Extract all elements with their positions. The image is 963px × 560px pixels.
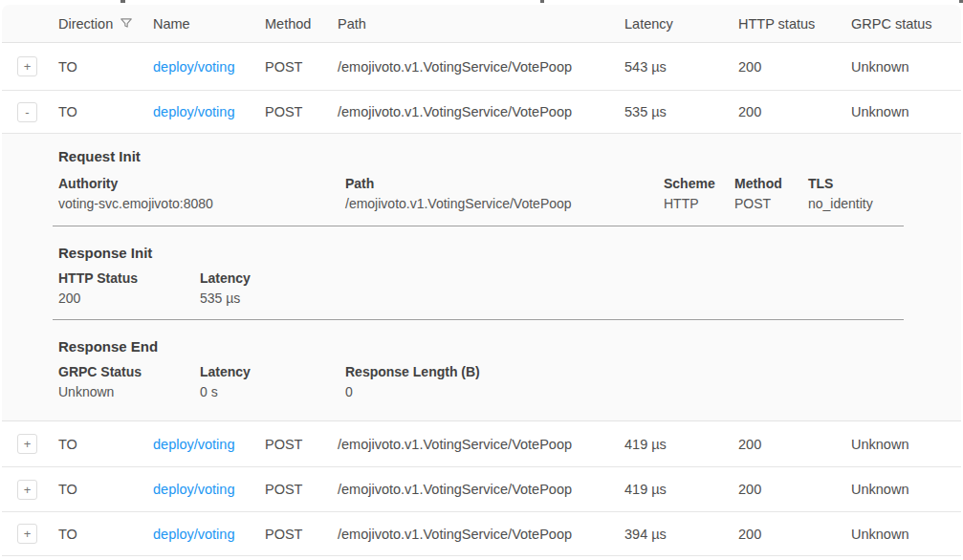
table-row: + TO deploy/voting POST /emojivoto.v1.Vo… [2,43,961,91]
header-direction: Direction [58,14,153,32]
grpc-status-value: Unknown [58,383,200,400]
table-row: + TO deploy/voting POST /emojivoto.v1.Vo… [2,512,961,556]
http-status-label: HTTP Status [58,269,200,287]
field-scheme: Scheme HTTP [664,175,734,212]
header-latency: Latency [624,16,738,32]
cell-http-status: 200 [738,104,851,119]
cell-http-status: 200 [738,59,851,75]
field-method: Method POST [734,175,808,212]
row-detail-panel: Request Init Authority voting-svc.emojiv… [2,134,961,421]
latency-label: Latency [200,363,345,380]
cell-direction: TO [58,527,153,542]
cell-latency: 535 µs [624,104,738,119]
cell-direction: TO [58,482,153,497]
cell-http-status: 200 [738,482,851,497]
cell-latency: 394 µs [624,527,738,542]
cell-latency: 543 µs [624,59,738,75]
authority-value: voting-svc.emojivoto:8080 [58,195,345,212]
tap-results-table: Direction Name Method Path Latency HTTP … [2,5,961,556]
scheme-label: Scheme [664,175,734,192]
cell-latency: 419 µs [624,437,738,452]
method-label: Method [734,175,808,192]
cutoff-text-fragment [540,0,544,3]
latency-value: 0 s [200,383,345,400]
cell-name-link[interactable]: deploy/voting [153,437,234,452]
cell-latency: 419 µs [624,482,738,497]
cell-path: /emojivoto.v1.VotingService/VotePoop [338,527,624,542]
cell-direction: TO [58,437,153,452]
latency-value: 535 µs [200,290,251,307]
cell-path: /emojivoto.v1.VotingService/VotePoop [338,59,624,75]
field-tls: TLS no_identity [808,175,873,212]
latency-label: Latency [200,269,251,287]
cell-grpc-status: Unknown [851,104,961,119]
header-grpc-status: GRPC status [851,16,961,32]
expand-row-button[interactable]: + [17,434,37,454]
path-label: Path [345,175,664,192]
cell-grpc-status: Unknown [851,59,961,75]
cell-grpc-status: Unknown [851,527,961,542]
response-init-section: Response Init HTTP Status 200 Latency 53… [2,226,961,307]
table-header-row: Direction Name Method Path Latency HTTP … [2,5,961,43]
cell-grpc-status: Unknown [851,482,961,497]
cell-grpc-status: Unknown [851,437,961,452]
cell-path: /emojivoto.v1.VotingService/VotePoop [338,104,624,119]
authority-label: Authority [58,175,345,192]
field-path: Path /emojivoto.v1.VotingService/VotePoo… [345,175,664,212]
table-row: + TO deploy/voting POST /emojivoto.v1.Vo… [2,421,961,467]
cell-name-link[interactable]: deploy/voting [153,482,234,497]
field-authority: Authority voting-svc.emojivoto:8080 [58,175,345,212]
tls-label: TLS [808,175,873,192]
cell-name-link[interactable]: deploy/voting [153,59,234,75]
response-length-value: 0 [345,383,480,400]
request-init-section: Request Init Authority voting-svc.emojiv… [2,134,961,212]
header-direction-label: Direction [58,16,113,32]
response-end-section: Response End GRPC Status Unknown Latency… [2,320,961,400]
field-grpc-status: GRPC Status Unknown [58,363,200,400]
cell-method: POST [265,527,338,542]
cell-name-link[interactable]: deploy/voting [153,527,234,542]
expand-row-button[interactable]: + [17,480,37,500]
tls-value: no_identity [808,195,873,212]
header-http-status: HTTP status [738,16,851,32]
cell-path: /emojivoto.v1.VotingService/VotePoop [338,482,624,497]
request-init-title: Request Init [58,148,961,164]
scheme-value: HTTP [664,195,734,212]
response-init-title: Response Init [58,245,961,261]
cell-method: POST [265,437,338,452]
cell-method: POST [265,59,338,75]
http-status-value: 200 [58,290,200,307]
filter-funnel-icon[interactable] [120,16,133,32]
cell-method: POST [265,482,338,497]
expand-row-button[interactable]: + [17,56,37,76]
field-latency: Latency 0 s [200,363,345,400]
table-row: + TO deploy/voting POST /emojivoto.v1.Vo… [2,467,961,512]
response-length-label: Response Length (B) [345,363,480,380]
cell-direction: TO [58,59,153,75]
cell-http-status: 200 [738,437,851,452]
grpc-status-label: GRPC Status [58,363,200,380]
header-name: Name [153,16,265,32]
cell-path: /emojivoto.v1.VotingService/VotePoop [338,437,624,452]
field-response-length: Response Length (B) 0 [345,363,480,400]
cutoff-text-fragment [959,0,963,3]
cell-http-status: 200 [738,527,851,542]
cell-direction: TO [58,104,153,119]
field-http-status: HTTP Status 200 [58,269,200,307]
field-latency: Latency 535 µs [200,269,251,307]
cutoff-text-fragment [120,0,125,3]
header-method: Method [265,16,338,32]
table-row-expanded: - TO deploy/voting POST /emojivoto.v1.Vo… [2,91,961,134]
collapse-row-button[interactable]: - [17,102,37,122]
cell-method: POST [265,104,338,119]
header-path: Path [338,16,624,32]
cell-name-link[interactable]: deploy/voting [153,104,234,119]
response-end-title: Response End [58,338,961,355]
method-value: POST [734,195,808,212]
path-value: /emojivoto.v1.VotingService/VotePoop [345,195,664,212]
expand-row-button[interactable]: + [17,524,37,544]
